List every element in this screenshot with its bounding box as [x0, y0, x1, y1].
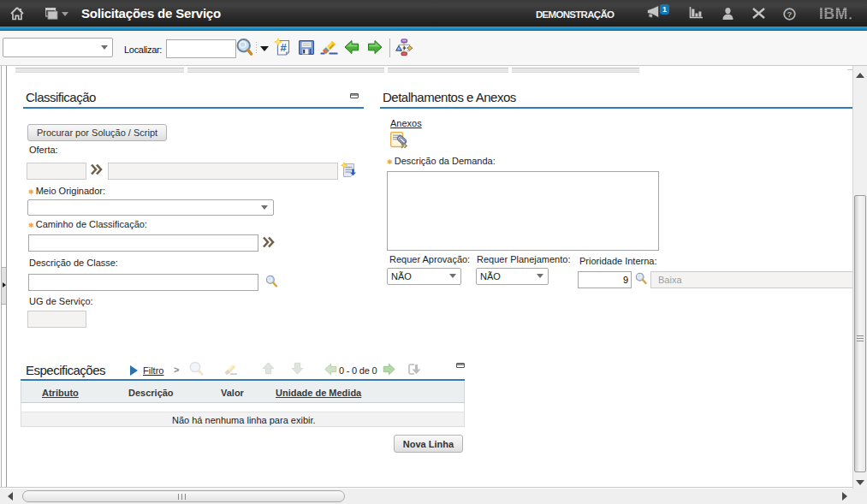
svg-text:?: ?: [787, 9, 793, 19]
svg-text:#: #: [280, 41, 287, 54]
